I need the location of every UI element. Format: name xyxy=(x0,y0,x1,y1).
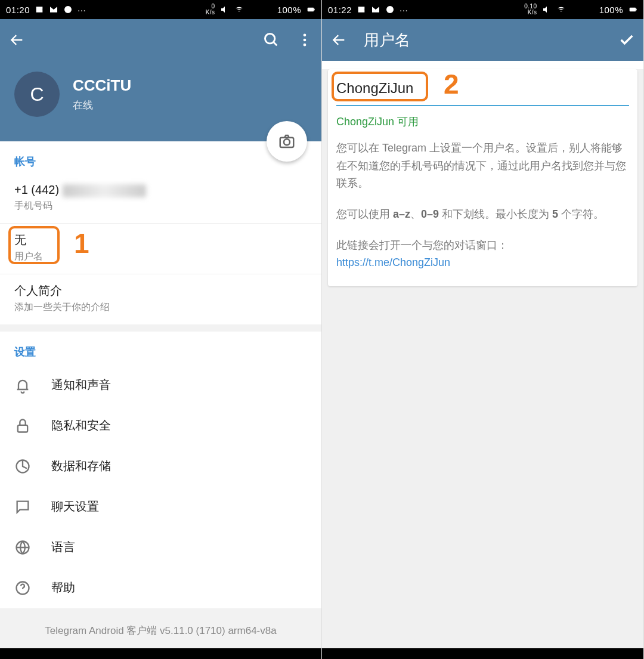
description-paragraph-3: 此链接会打开一个与您的对话窗口： https://t.me/ChongZiJun xyxy=(336,237,629,272)
username-card: 2 ChongZiJun 可用 您可以在 Telegram 上设置一个用户名。设… xyxy=(328,69,637,286)
more-vert-icon[interactable] xyxy=(296,32,313,48)
app-bar xyxy=(0,19,321,61)
image-icon xyxy=(35,5,44,14)
settings-item-help[interactable]: 帮助 xyxy=(0,568,321,608)
app-bar: 用户名 xyxy=(322,19,643,61)
svg-point-6 xyxy=(304,44,306,47)
status-bar: 01:20 ··· 0 K/s 100% xyxy=(0,0,321,19)
bio-label: 添加一些关于你的介绍 xyxy=(14,301,307,314)
username-label: 用户名 xyxy=(14,250,307,263)
description-paragraph-1: 您可以在 Telegram 上设置一个用户名。设置后，别人将能够在不知道您的手机… xyxy=(336,140,629,193)
nav-bar xyxy=(322,648,643,659)
status-time: 01:22 xyxy=(328,5,352,15)
image-icon xyxy=(357,5,366,14)
svg-point-5 xyxy=(304,39,306,42)
settings-header: 设置 xyxy=(0,332,321,365)
settings-item-label: 隐私和安全 xyxy=(51,417,111,434)
profile-status: 在线 xyxy=(73,98,131,112)
settings-item-label: 帮助 xyxy=(51,580,75,596)
phone-blurred xyxy=(63,184,146,197)
back-icon[interactable] xyxy=(8,32,25,48)
settings-item-language[interactable]: 语言 xyxy=(0,527,321,568)
bio-row[interactable]: 个人简介 添加一些关于你的介绍 xyxy=(0,274,321,324)
wifi-icon xyxy=(556,5,566,14)
account-section: 帐号 +1 (442) 手机号码 无 用户名 1 个人简介 添加一些关于你的介绍 xyxy=(0,141,321,324)
settings-item-notifications[interactable]: 通知和声音 xyxy=(0,365,321,406)
svg-point-4 xyxy=(304,34,306,37)
nav-bar xyxy=(0,648,321,659)
svg-point-3 xyxy=(265,34,275,44)
chat-icon xyxy=(63,5,73,14)
username-row[interactable]: 无 用户名 1 xyxy=(0,224,321,274)
svg-rect-14 xyxy=(630,8,636,12)
settings-item-data[interactable]: 数据和存储 xyxy=(0,446,321,487)
mute-icon xyxy=(542,5,552,14)
back-icon[interactable] xyxy=(330,32,347,48)
settings-item-chat[interactable]: 聊天设置 xyxy=(0,487,321,527)
avatar-initial: C xyxy=(30,83,44,106)
settings-item-label: 数据和存储 xyxy=(51,458,111,474)
page-title: 用户名 xyxy=(364,30,410,51)
camera-fab[interactable] xyxy=(267,121,307,162)
bell-icon xyxy=(14,377,31,394)
username-available: ChongZiJun 可用 xyxy=(336,115,629,129)
signal-icon-2 xyxy=(263,5,273,14)
signal-icon xyxy=(249,5,258,14)
settings-item-label: 语言 xyxy=(51,539,75,555)
mute-icon xyxy=(220,5,230,14)
settings-item-privacy[interactable]: 隐私和安全 xyxy=(0,406,321,446)
svg-point-0 xyxy=(64,6,72,13)
status-time: 01:20 xyxy=(6,5,30,15)
phone-left: 01:20 ··· 0 K/s 100% xyxy=(0,0,322,659)
confirm-icon[interactable] xyxy=(618,32,635,48)
camera-icon xyxy=(278,132,296,150)
svg-rect-2 xyxy=(314,9,314,11)
svg-point-8 xyxy=(284,139,290,145)
avatar[interactable]: C xyxy=(14,72,60,117)
battery-percent: 100% xyxy=(277,5,301,15)
globe-icon xyxy=(14,539,31,556)
battery-percent: 100% xyxy=(599,5,623,15)
profile-link[interactable]: https://t.me/ChongZiJun xyxy=(336,256,450,268)
svg-rect-9 xyxy=(18,425,27,432)
settings-item-label: 聊天设置 xyxy=(51,499,99,515)
battery-icon xyxy=(306,5,315,14)
username-value: 无 xyxy=(14,232,307,248)
net-speed: 0.10 K/s xyxy=(524,4,537,16)
chat-icon xyxy=(385,5,395,14)
svg-rect-1 xyxy=(308,8,314,12)
profile-header: C CCCiTU 在线 xyxy=(0,61,321,141)
phone-label: 手机号码 xyxy=(14,200,307,212)
more-icon: ··· xyxy=(78,5,86,15)
phone-right: 01:22 ··· 0.10 K/s 100% 用户名 xyxy=(322,0,644,659)
mail-icon xyxy=(371,5,380,14)
net-speed: 0 K/s xyxy=(206,4,215,16)
lock-icon xyxy=(14,417,31,434)
more-icon: ··· xyxy=(400,5,408,15)
mail-icon xyxy=(49,5,58,14)
svg-rect-15 xyxy=(636,9,636,11)
help-icon xyxy=(14,580,31,596)
chat-icon xyxy=(14,499,31,515)
signal-icon-2 xyxy=(585,5,595,14)
phone-row[interactable]: +1 (442) 手机号码 xyxy=(0,175,321,224)
settings-section: 设置 通知和声音 隐私和安全 数据和存储 聊天设置 语言 帮助 xyxy=(0,324,321,608)
status-bar: 01:22 ··· 0.10 K/s 100% xyxy=(322,0,643,19)
search-icon[interactable] xyxy=(263,32,280,48)
wifi-icon xyxy=(234,5,244,14)
phone-prefix: +1 (442) xyxy=(14,183,63,196)
signal-icon xyxy=(571,5,580,14)
settings-item-label: 通知和声音 xyxy=(51,377,111,393)
bio-value: 个人简介 xyxy=(14,283,307,299)
description-paragraph-2: 您可以使用 a–z、0–9 和下划线。最小长度为 5 个字符。 xyxy=(336,206,629,224)
username-input[interactable] xyxy=(336,80,629,97)
data-icon xyxy=(14,458,31,475)
svg-point-13 xyxy=(386,6,394,13)
profile-name: CCCiTU xyxy=(73,76,131,95)
battery-icon xyxy=(628,5,637,14)
